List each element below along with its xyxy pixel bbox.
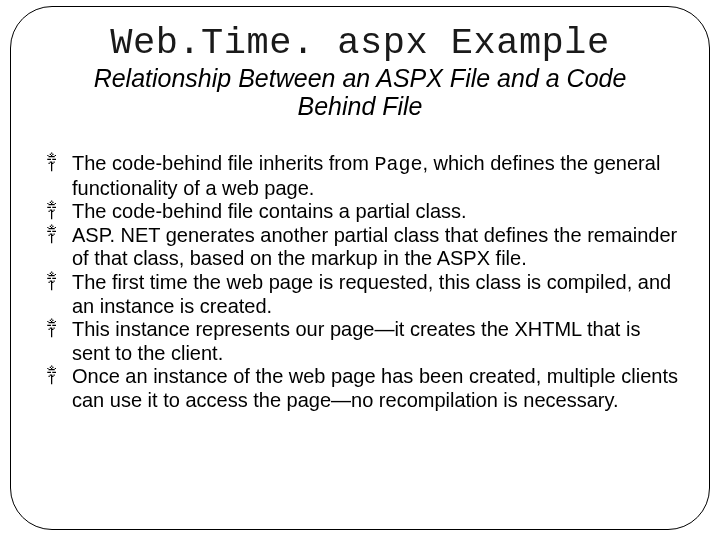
bullet-glyph-icon: ༒	[46, 224, 72, 248]
text-pre: The code-behind file inherits from	[72, 152, 374, 174]
list-item-text: ASP. NET generates another partial class…	[72, 224, 678, 271]
slide-subtitle: Relationship Between an ASPX File and a …	[22, 64, 698, 120]
list-item-text: Once an instance of the web page has bee…	[72, 365, 678, 412]
bullet-glyph-icon: ༒	[46, 271, 72, 295]
bullet-glyph-icon: ༒	[46, 152, 72, 176]
list-item: ༒ This instance represents our page—it c…	[46, 318, 678, 365]
list-item-text: The code-behind file contains a partial …	[72, 200, 678, 224]
list-item-text: The code-behind file inherits from Page,…	[72, 152, 678, 200]
list-item: ༒ The code-behind file contains a partia…	[46, 200, 678, 224]
list-item: ༒ ASP. NET generates another partial cla…	[46, 224, 678, 271]
list-item: ༒ The code-behind file inherits from Pag…	[46, 152, 678, 200]
list-item: ༒ Once an instance of the web page has b…	[46, 365, 678, 412]
list-item-text: The first time the web page is requested…	[72, 271, 678, 318]
inline-code: Page	[374, 153, 422, 176]
list-item-text: This instance represents our page—it cre…	[72, 318, 678, 365]
slide: Web.Time. aspx Example Relationship Betw…	[0, 0, 720, 540]
list-item: ༒ The first time the web page is request…	[46, 271, 678, 318]
bullet-glyph-icon: ༒	[46, 365, 72, 389]
bullet-glyph-icon: ༒	[46, 318, 72, 342]
bullet-glyph-icon: ༒	[46, 200, 72, 224]
bullet-list: ༒ The code-behind file inherits from Pag…	[22, 152, 698, 413]
slide-title: Web.Time. aspx Example	[22, 22, 698, 64]
